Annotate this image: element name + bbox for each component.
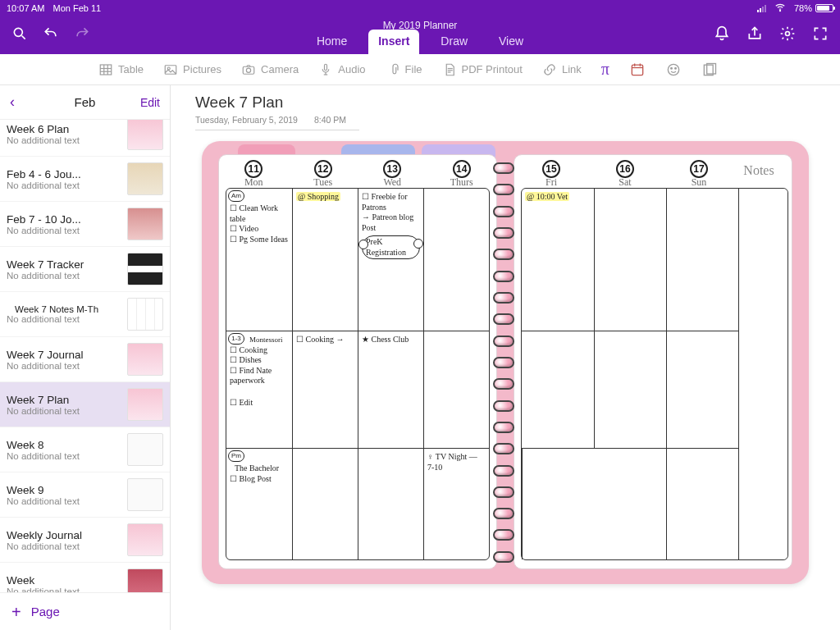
svg-point-12 xyxy=(246,68,250,72)
cell-fri-pm xyxy=(522,448,594,559)
chevron-left-icon[interactable]: ‹ xyxy=(10,94,15,111)
sidebar-page-item[interactable]: WeekNo additional text xyxy=(0,563,170,592)
app-title-bar: My 2019 Planner Home Insert Draw View xyxy=(0,16,840,54)
tab-home[interactable]: Home xyxy=(307,30,357,54)
page-time: 8:40 PM xyxy=(314,115,346,125)
sidebar-page-item[interactable]: Week 8No additional text xyxy=(0,427,170,472)
plus-icon: + xyxy=(11,604,21,620)
ribbon-camera-label: Camera xyxy=(261,63,299,75)
day-header: 14Thurs xyxy=(427,160,497,186)
sidebar-page-name: Week 8 xyxy=(7,439,121,451)
sidebar-page-sub: No additional text xyxy=(7,226,121,235)
page-thumbnail xyxy=(127,253,163,285)
ribbon-emoji[interactable] xyxy=(665,62,682,78)
sidebar-page-item[interactable]: Week 7 JournalNo additional text xyxy=(0,337,170,382)
ribbon-pictures-label: Pictures xyxy=(183,63,221,75)
sidebar-page-name: Week 7 Plan xyxy=(7,394,121,406)
cell-wed-pm xyxy=(358,448,423,559)
handnote-highlight: @ 10:00 Vet xyxy=(525,192,569,201)
cell-sat-mid xyxy=(594,331,666,448)
ribbon-pictures[interactable]: Pictures xyxy=(163,62,221,77)
wifi-icon xyxy=(774,2,786,15)
ribbon-camera[interactable]: Camera xyxy=(241,62,299,77)
sidebar-page-item[interactable]: Week 7 Notes M-ThNo additional text xyxy=(0,292,170,337)
day-header: 16Sat xyxy=(588,160,662,186)
cell-sat-am xyxy=(594,189,666,331)
ribbon-file[interactable]: File xyxy=(386,62,422,77)
day-number: 13 xyxy=(383,160,401,178)
sidebar-page-item[interactable]: Feb 4 - 6 Jou...No additional text xyxy=(0,157,170,202)
day-header: 13Wed xyxy=(358,160,427,186)
cell-sun-mid xyxy=(666,331,738,448)
ribbon-file-label: File xyxy=(405,63,422,75)
sidebar-page-item[interactable]: Week 7 TrackerNo additional text xyxy=(0,247,170,292)
note-canvas[interactable]: Week 7 Plan Tuesday, February 5, 2019 8:… xyxy=(171,85,840,630)
page-title[interactable]: Week 7 Plan xyxy=(195,94,840,112)
pm-badge: Pm xyxy=(228,450,244,462)
tab-view[interactable]: View xyxy=(489,30,533,54)
day-number: 16 xyxy=(616,160,634,178)
ribbon-equation[interactable]: π xyxy=(601,60,609,79)
day-name: Wed xyxy=(383,176,401,188)
day-number: 14 xyxy=(453,160,471,178)
cell-thu-mid xyxy=(423,331,489,448)
cell-signal-icon xyxy=(757,4,766,12)
day-number: 15 xyxy=(542,160,560,178)
sidebar-page-item[interactable]: Week 6 PlanNo additional text xyxy=(0,120,170,157)
sidebar-page-item[interactable]: Week 7 PlanNo additional text xyxy=(0,382,170,427)
handnote: Find Nate paperwork xyxy=(230,366,289,386)
sidebar-page-item[interactable]: Weekly JournalNo additional text xyxy=(0,518,170,563)
day-number: 12 xyxy=(314,160,332,178)
sidebar-page-sub: No additional text xyxy=(7,587,121,593)
sidebar-page-sub: No additional text xyxy=(7,135,121,145)
handnote: Edit xyxy=(230,398,289,409)
sidebar-page-sub: No additional text xyxy=(7,406,121,416)
page-thumbnail xyxy=(127,523,163,556)
cell-sat-pm xyxy=(594,448,666,559)
cell-thu-pm: ♀ TV Night — 7-10 xyxy=(423,448,489,559)
sidebar-page-item[interactable]: Week 9No additional text xyxy=(0,472,170,518)
handnote-cloud: PreK Registration xyxy=(362,235,420,259)
day-number: 11 xyxy=(244,160,262,178)
sidebar-page-name: Week 7 Tracker xyxy=(7,258,121,271)
page-thumbnail xyxy=(127,343,163,376)
handnote: Blog Post xyxy=(230,474,289,485)
day-name: Fri xyxy=(546,176,557,188)
page-thumbnail xyxy=(127,388,163,421)
battery-percent: 78% xyxy=(794,3,812,13)
ribbon-link[interactable]: Link xyxy=(542,62,582,77)
handnote: Cooking → xyxy=(296,335,354,345)
tab-insert[interactable]: Insert xyxy=(368,30,419,54)
ribbon-pdf[interactable]: PDF Printout xyxy=(442,62,523,77)
cell-tue-am: @ Shopping xyxy=(292,189,358,331)
sidebar-page-sub: No additional text xyxy=(7,271,121,281)
day-name: Mon xyxy=(244,176,263,188)
add-page-button[interactable]: + Page xyxy=(0,592,170,630)
tab-draw[interactable]: Draw xyxy=(431,30,477,54)
sidebar-page-name: Week xyxy=(7,574,121,587)
sidebar-edit-button[interactable]: Edit xyxy=(140,96,160,109)
sidebar-page-name: Feb 7 - 10 Jo... xyxy=(7,213,121,226)
day-name: Sun xyxy=(692,176,707,188)
handnote: ♀ TV Night — 7-10 xyxy=(427,452,486,472)
ribbon-link-label: Link xyxy=(562,63,582,75)
pages-list[interactable]: Week 6 PlanNo additional textFeb 4 - 6 J… xyxy=(0,120,170,592)
cell-sun-pm xyxy=(666,448,738,559)
sidebar-page-name: Week 7 Notes M-Th xyxy=(7,304,121,314)
planner-image: 11Mon12Tues13Wed14Thurs Am Clean Work ta… xyxy=(202,141,809,584)
sidebar-page-item[interactable]: Feb 7 - 10 Jo...No additional text xyxy=(0,202,170,247)
ios-status-bar: 10:07 AM Mon Feb 11 78% xyxy=(0,0,840,16)
handnote: Clean Work table xyxy=(230,203,289,224)
ribbon-table[interactable]: Table xyxy=(98,62,144,77)
ribbon-date[interactable] xyxy=(629,62,646,78)
sidebar-page-sub: No additional text xyxy=(7,314,121,324)
ribbon-space[interactable] xyxy=(701,62,718,78)
svg-point-24 xyxy=(671,67,673,69)
day-header: 15Fri xyxy=(514,160,588,186)
title-divider xyxy=(195,130,359,130)
cell-sun-am xyxy=(666,189,738,331)
cell-thu-am xyxy=(423,189,489,331)
page-thumbnail xyxy=(127,478,163,511)
handnote: The Bachelor xyxy=(230,463,289,474)
ribbon-audio[interactable]: Audio xyxy=(318,62,365,77)
